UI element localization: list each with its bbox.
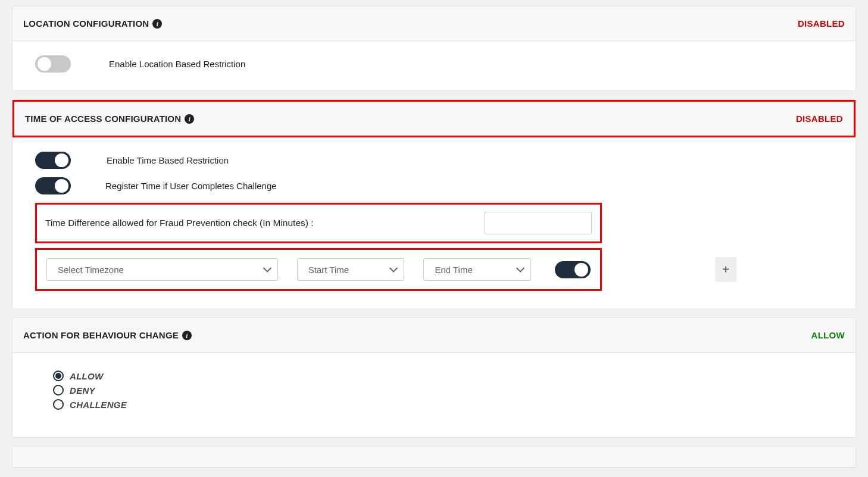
time-access-configuration-panel: TIME OF ACCESS CONFIGURATION i DISABLED … xyxy=(12,99,856,309)
action-panel-title: ACTION FOR BEHAVIOUR CHANGE xyxy=(23,330,179,340)
time-panel-title: TIME OF ACCESS CONFIGURATION xyxy=(25,114,181,124)
enable-time-toggle[interactable] xyxy=(35,152,71,169)
location-panel-title-wrap: LOCATION CONFIGURATION i xyxy=(23,18,162,29)
fraud-prevention-row: Time Difference allowed for Fraud Preven… xyxy=(35,203,602,243)
fraud-prevention-label: Time Difference allowed for Fraud Preven… xyxy=(45,218,314,228)
action-radio-challenge-label: CHALLENGE xyxy=(70,400,127,410)
action-radio-deny[interactable]: DENY xyxy=(53,385,815,396)
chevron-down-icon xyxy=(263,264,271,272)
end-time-select[interactable]: End Time xyxy=(423,258,531,281)
next-panel-title xyxy=(23,451,26,462)
enable-time-toggle-row: Enable Time Based Restriction xyxy=(35,152,833,169)
info-icon[interactable]: i xyxy=(152,19,162,29)
register-time-toggle-label: Register Time if User Completes Challeng… xyxy=(105,181,277,191)
radio-icon xyxy=(53,371,64,381)
action-behaviour-panel: ACTION FOR BEHAVIOUR CHANGE i ALLOW ALLO… xyxy=(12,318,856,438)
timezone-select[interactable]: Select Timezone xyxy=(46,258,278,281)
radio-icon xyxy=(53,385,64,396)
next-panel-header xyxy=(13,447,855,467)
time-panel-body: Enable Time Based Restriction Register T… xyxy=(13,137,855,309)
chevron-down-icon xyxy=(389,264,398,272)
location-toggle-row: Enable Location Based Restriction xyxy=(35,55,833,73)
time-panel-title-wrap: TIME OF ACCESS CONFIGURATION i xyxy=(25,114,194,124)
location-panel-header: LOCATION CONFIGURATION i DISABLED xyxy=(13,7,855,41)
add-time-slot-button[interactable]: + xyxy=(715,257,736,282)
fraud-prevention-input[interactable] xyxy=(485,212,592,234)
location-panel-body: Enable Location Based Restriction xyxy=(13,41,855,90)
action-radio-allow[interactable]: ALLOW xyxy=(53,371,815,381)
timezone-select-label: Select Timezone xyxy=(58,265,124,275)
time-slot-row-wrap: Select Timezone Start Time End Time + xyxy=(35,248,833,291)
time-slot-enable-toggle[interactable] xyxy=(555,261,591,278)
action-radio-allow-label: ALLOW xyxy=(70,371,103,381)
location-panel-title: LOCATION CONFIGURATION xyxy=(23,18,149,29)
register-time-toggle-row: Register Time if User Completes Challeng… xyxy=(35,177,833,194)
info-icon[interactable]: i xyxy=(185,114,194,124)
start-time-select[interactable]: Start Time xyxy=(297,258,405,281)
action-radio-deny-label: DENY xyxy=(70,385,95,396)
time-panel-header: TIME OF ACCESS CONFIGURATION i DISABLED xyxy=(13,100,855,137)
location-configuration-panel: LOCATION CONFIGURATION i DISABLED Enable… xyxy=(12,6,856,91)
info-icon[interactable]: i xyxy=(182,331,192,340)
time-slot-row: Select Timezone Start Time End Time xyxy=(35,248,602,291)
chevron-down-icon xyxy=(516,264,524,272)
time-status-badge: DISABLED xyxy=(796,114,843,124)
register-time-toggle[interactable] xyxy=(35,177,71,194)
action-status-badge: ALLOW xyxy=(811,330,845,340)
start-time-select-label: Start Time xyxy=(308,265,349,275)
location-toggle[interactable] xyxy=(35,55,71,73)
radio-icon xyxy=(53,399,64,410)
location-toggle-label: Enable Location Based Restriction xyxy=(109,59,245,69)
action-panel-title-wrap: ACTION FOR BEHAVIOUR CHANGE i xyxy=(23,330,192,340)
action-panel-body: ALLOW DENY CHALLENGE xyxy=(13,353,855,437)
location-status-badge: DISABLED xyxy=(798,18,845,29)
action-radio-challenge[interactable]: CHALLENGE xyxy=(53,399,815,410)
end-time-select-label: End Time xyxy=(435,265,472,275)
next-panel-stub xyxy=(12,446,856,468)
action-panel-header: ACTION FOR BEHAVIOUR CHANGE i ALLOW xyxy=(13,318,855,353)
action-radio-list: ALLOW DENY CHALLENGE xyxy=(35,367,833,419)
enable-time-toggle-label: Enable Time Based Restriction xyxy=(107,155,229,165)
